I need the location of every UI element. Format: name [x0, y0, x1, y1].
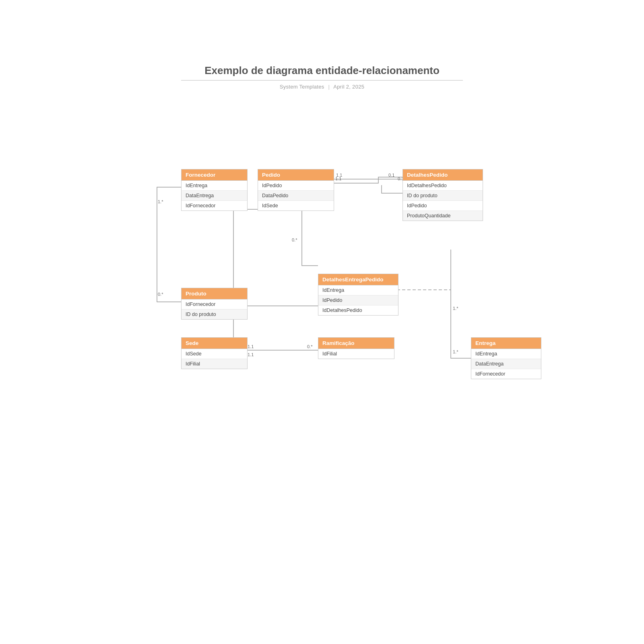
entity-detalhes-pedido-field-0: IdDetalhesPedido: [403, 181, 483, 191]
entity-sede: Sede IdSede IdFilial: [181, 337, 248, 369]
entity-sede-header: Sede: [182, 338, 247, 349]
svg-text:1.1: 1.1: [248, 352, 254, 357]
svg-text:0.*: 0.*: [158, 292, 163, 297]
entity-produto-header: Produto: [182, 288, 247, 299]
entity-produto-field-1: ID do produto: [182, 310, 247, 319]
entity-fornecedor-field-0: IdEntrega: [182, 181, 247, 191]
svg-text:0.1: 0.1: [388, 173, 394, 178]
entity-entrega: Entrega IdEntrega DataEntrega IdForneced…: [471, 337, 541, 379]
entity-produto: Produto IdFornecedor ID do produto: [181, 288, 248, 320]
entity-entrega-field-2: IdFornecedor: [471, 369, 541, 379]
entity-pedido-field-1: DataPedido: [258, 191, 334, 201]
entity-pedido-field-0: IdPedido: [258, 181, 334, 191]
entity-fornecedor: Fornecedor IdEntrega DataEntrega IdForne…: [181, 169, 248, 211]
entity-fornecedor-field-1: DataEntrega: [182, 191, 247, 201]
subtitle-separator: |: [328, 84, 330, 90]
entity-fornecedor-header: Fornecedor: [182, 169, 247, 181]
entity-dep-field-0: IdEntrega: [318, 285, 398, 295]
entity-sede-field-1: IdFilial: [182, 359, 247, 369]
page-container: Exemplo de diagrama entidade-relacioname…: [0, 0, 644, 644]
subtitle-date: April 2, 2025: [333, 84, 364, 90]
entity-detalhes-pedido-field-3: ProdutoQuantidade: [403, 211, 483, 221]
entity-dep-field-1: IdPedido: [318, 295, 398, 305]
entity-ramificacao: Ramificação IdFilial: [318, 337, 394, 359]
entity-detalhes-pedido-field-2: IdPedido: [403, 201, 483, 211]
entity-entrega-field-1: DataEntrega: [471, 359, 541, 369]
entity-entrega-field-0: IdEntrega: [471, 349, 541, 359]
entity-detalhes-pedido-field-1: ID do produto: [403, 191, 483, 201]
svg-text:0.*: 0.*: [292, 237, 297, 242]
entity-fornecedor-field-2: IdFornecedor: [182, 201, 247, 211]
entity-pedido: Pedido IdPedido DataPedido IdSede: [258, 169, 334, 211]
subtitle-template: System Templates: [280, 84, 324, 90]
entity-sede-field-0: IdSede: [182, 349, 247, 359]
svg-text:1.1: 1.1: [336, 173, 342, 178]
svg-text:0.*: 0.*: [307, 344, 313, 349]
entity-detalhes-entrega-pedido: DetalhesEntregaPedido IdEntrega IdPedido…: [318, 274, 398, 316]
entity-pedido-field-2: IdSede: [258, 201, 334, 211]
entity-ramificacao-header: Ramificação: [318, 338, 394, 349]
svg-text:1.1: 1.1: [335, 176, 341, 181]
entity-detalhes-entrega-pedido-header: DetalhesEntregaPedido: [318, 274, 398, 285]
entity-produto-field-0: IdFornecedor: [182, 299, 247, 310]
title-divider: [181, 80, 463, 80]
entity-pedido-header: Pedido: [258, 169, 334, 181]
entity-dep-field-2: IdDetalhesPedido: [318, 305, 398, 315]
page-subtitle: System Templates | April 2, 2025: [181, 84, 463, 90]
svg-text:1.*: 1.*: [453, 306, 458, 311]
svg-text:1.1: 1.1: [248, 344, 254, 349]
svg-text:1.*: 1.*: [158, 199, 163, 204]
entity-entrega-header: Entrega: [471, 338, 541, 349]
svg-text:1.*: 1.*: [453, 349, 458, 354]
entity-ramificacao-field-0: IdFilial: [318, 349, 394, 359]
header-section: Exemplo de diagrama entidade-relacioname…: [181, 64, 463, 90]
page-title: Exemplo de diagrama entidade-relacioname…: [181, 64, 463, 77]
entity-detalhes-pedido-header: DetalhesPedido: [403, 169, 483, 181]
diagram-area: 1.* 0.* 1.1 0.1 0.* 1.* 1.* 1.*: [121, 145, 564, 378]
entity-detalhes-pedido: DetalhesPedido IdDetalhesPedido ID do pr…: [402, 169, 483, 221]
